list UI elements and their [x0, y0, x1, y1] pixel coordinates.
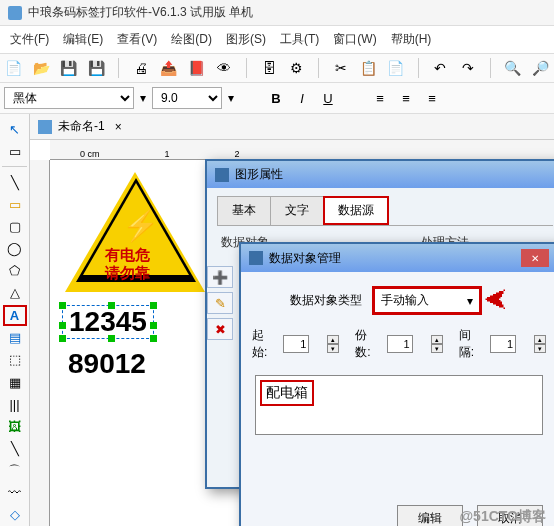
copy-icon[interactable]: 📋 — [358, 58, 378, 78]
qr-tool[interactable]: ▦ — [3, 372, 27, 392]
type-label: 数据对象类型 — [290, 292, 362, 309]
new-icon[interactable]: 📄 — [4, 58, 24, 78]
add-btn[interactable]: ➕ — [207, 266, 233, 288]
ellipse-tool[interactable]: ◯ — [3, 239, 27, 259]
arrow-icon: ⮜ — [484, 287, 508, 315]
doc-icon — [38, 120, 52, 134]
warning-text: 有电危请勿靠 — [105, 246, 150, 282]
italic-icon[interactable]: I — [292, 88, 312, 108]
star-tool[interactable]: ◇ — [3, 505, 27, 525]
menu-file[interactable]: 文件(F) — [4, 28, 55, 51]
property-tabs: 基本 文字 数据源 — [217, 196, 553, 226]
menu-draw[interactable]: 绘图(D) — [165, 28, 218, 51]
count-input[interactable] — [387, 335, 413, 353]
line-tool[interactable]: ╲ — [3, 172, 27, 192]
text-object-2[interactable]: 89012 — [62, 348, 152, 380]
rect-tool[interactable]: ▭ — [3, 194, 27, 214]
tool-sidebar: ↖ ▭ ╲ ▭ ▢ ◯ ⬠ △ A ▤ ⬚ ▦ ||| 🖼 ╲ ⌒ 〰 ◇ — [0, 114, 30, 526]
font-select[interactable]: 黑体 — [4, 87, 134, 109]
gap-input[interactable] — [490, 335, 516, 353]
chevron-down-icon: ▾ — [467, 294, 473, 308]
ok-button[interactable]: 编辑 — [397, 505, 463, 526]
underline-icon[interactable]: U — [318, 88, 338, 108]
pdf-icon[interactable]: 📕 — [187, 58, 207, 78]
close-tab-icon[interactable]: × — [111, 120, 126, 134]
main-toolbar: 📄 📂 💾 💾 🖨 📤 📕 👁 🗄 ⚙ ✂ 📋 📄 ↶ ↷ 🔍 🔎 — [0, 53, 554, 83]
menu-shape[interactable]: 图形(S) — [220, 28, 272, 51]
polygon-tool[interactable]: ⬠ — [3, 261, 27, 281]
print-icon[interactable]: 🖨 — [131, 58, 151, 78]
text-content-input[interactable]: 配电箱 — [255, 375, 543, 435]
saveas-icon[interactable]: 💾 — [87, 58, 107, 78]
align-center-icon[interactable]: ≡ — [396, 88, 416, 108]
curve-tool[interactable]: ╲ — [3, 438, 27, 458]
tab-text[interactable]: 文字 — [270, 196, 324, 225]
ruler-horizontal: 0 cm12 — [50, 140, 554, 160]
type-combo[interactable]: 手动输入▾ — [372, 286, 482, 315]
size-select[interactable]: 9.0 — [152, 87, 222, 109]
edit-btn[interactable]: ✎ — [207, 292, 233, 314]
text-object-1[interactable]: 12345 — [62, 305, 154, 339]
bold-icon[interactable]: B — [266, 88, 286, 108]
tab-basic[interactable]: 基本 — [217, 196, 271, 225]
canvas-area: 未命名-1 × 0 cm12 ⚡ 有电危请勿靠 12345 — [30, 114, 554, 526]
dialog1-titlebar[interactable]: 图形属性 — [207, 161, 554, 188]
cut-icon[interactable]: ✂ — [331, 58, 351, 78]
dialog2-titlebar[interactable]: 数据对象管理 ✕ — [241, 244, 554, 272]
document-tabs: 未命名-1 × — [30, 114, 554, 140]
pointer-tool[interactable]: ↖ — [3, 119, 27, 139]
align-left-icon[interactable]: ≡ — [370, 88, 390, 108]
app-icon — [8, 6, 22, 20]
app-title: 中琅条码标签打印软件-V6.1.3 试用版 单机 — [28, 4, 253, 21]
align-right-icon[interactable]: ≡ — [422, 88, 442, 108]
richtext-tool[interactable]: ▤ — [3, 328, 27, 348]
zoomout-icon[interactable]: 🔎 — [530, 58, 550, 78]
data-manager-dialog: ➕ ✎ ✖ 数据对象管理 ✕ 数据对象类型 手动输入▾ ⮜ 起始: — [239, 242, 554, 526]
menu-window[interactable]: 窗口(W) — [327, 28, 382, 51]
path-tool[interactable]: 〰 — [3, 483, 27, 503]
arc-tool[interactable]: ⌒ — [3, 461, 27, 481]
text-tool[interactable]: A — [3, 305, 27, 326]
close-dialog-icon[interactable]: ✕ — [521, 249, 549, 267]
zoomin-icon[interactable]: 🔍 — [503, 58, 523, 78]
menu-bar: 文件(F) 编辑(E) 查看(V) 绘图(D) 图形(S) 工具(T) 窗口(W… — [0, 26, 554, 53]
redo-icon[interactable]: ↷ — [458, 58, 478, 78]
barcode2-tool[interactable]: ||| — [3, 394, 27, 414]
db-icon[interactable]: 🗄 — [259, 58, 279, 78]
start-input[interactable] — [283, 335, 309, 353]
delete-btn[interactable]: ✖ — [207, 318, 233, 340]
triangle-tool[interactable]: △ — [3, 283, 27, 303]
dialog2-icon — [249, 251, 263, 265]
lightning-icon: ⚡ — [122, 208, 159, 243]
workspace: ↖ ▭ ╲ ▭ ▢ ◯ ⬠ △ A ▤ ⬚ ▦ ||| 🖼 ╲ ⌒ 〰 ◇ 未命… — [0, 114, 554, 526]
open-icon[interactable]: 📂 — [32, 58, 52, 78]
menu-help[interactable]: 帮助(H) — [385, 28, 438, 51]
preview-icon[interactable]: 👁 — [214, 58, 234, 78]
undo-icon[interactable]: ↶ — [431, 58, 451, 78]
ruler-vertical — [30, 160, 50, 526]
doc-name[interactable]: 未命名-1 — [58, 118, 105, 135]
menu-edit[interactable]: 编辑(E) — [57, 28, 109, 51]
font-toolbar: 黑体 ▾ 9.0 ▾ B I U ≡ ≡ ≡ — [0, 83, 554, 114]
paste-icon[interactable]: 📄 — [386, 58, 406, 78]
roundrect-tool[interactable]: ▢ — [3, 216, 27, 236]
save-icon[interactable]: 💾 — [59, 58, 79, 78]
tab-datasource[interactable]: 数据源 — [323, 196, 389, 225]
menu-tool[interactable]: 工具(T) — [274, 28, 325, 51]
export-icon[interactable]: 📤 — [159, 58, 179, 78]
menu-view[interactable]: 查看(V) — [111, 28, 163, 51]
watermark: @51CTO博客 — [459, 508, 546, 526]
settings-icon[interactable]: ⚙ — [286, 58, 306, 78]
barcode-tool[interactable]: ⬚ — [3, 350, 27, 370]
image-tool[interactable]: 🖼 — [3, 416, 27, 436]
dialog-icon — [215, 168, 229, 182]
title-bar: 中琅条码标签打印软件-V6.1.3 试用版 单机 — [0, 0, 554, 26]
marquee-tool[interactable]: ▭ — [3, 141, 27, 161]
